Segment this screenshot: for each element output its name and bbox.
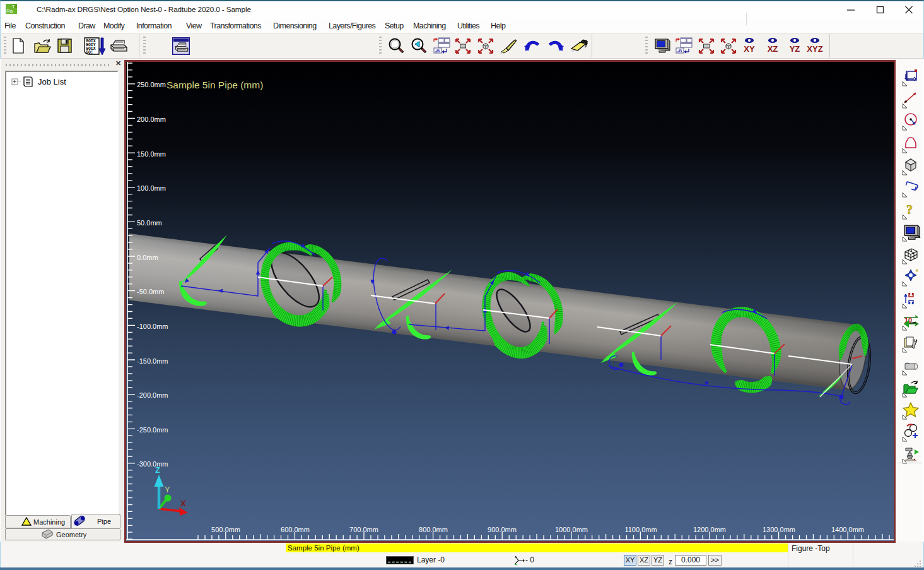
svg-text:900.0mm: 900.0mm [488, 526, 517, 533]
svg-text:GO!: GO! [86, 50, 93, 55]
svg-text:200.0mm: 200.0mm [137, 116, 166, 123]
svg-text:-100.0mm: -100.0mm [137, 323, 168, 330]
svg-text:1200.0mm: 1200.0mm [693, 526, 726, 533]
svg-text:500.0mm: 500.0mm [211, 526, 240, 533]
svg-text:X: X [180, 499, 186, 508]
svg-text:Sample 5in Pipe (mm): Sample 5in Pipe (mm) [167, 80, 263, 90]
svg-text:-300.0mm: -300.0mm [137, 460, 168, 468]
svg-text:50.0mm: 50.0mm [137, 219, 162, 227]
svg-text:Pipe: Pipe [97, 518, 111, 525]
svg-text:800.0mm: 800.0mm [419, 526, 448, 533]
svg-text:Y: Y [165, 485, 170, 494]
svg-text:150.0mm: 150.0mm [137, 150, 166, 158]
svg-text:?: ? [906, 203, 913, 217]
svg-text:600.0mm: 600.0mm [281, 526, 310, 533]
svg-text:1100.0mm: 1100.0mm [624, 526, 657, 533]
svg-text:XYZ: XYZ [807, 44, 822, 54]
svg-text:-150.0mm: -150.0mm [137, 357, 168, 365]
svg-text:0.0mm: 0.0mm [137, 254, 158, 261]
svg-text:XZ: XZ [768, 44, 778, 54]
svg-text:-50.0mm: -50.0mm [137, 288, 164, 295]
svg-text:250.0mm: 250.0mm [137, 81, 166, 88]
svg-text:1400.0mm: 1400.0mm [831, 526, 864, 533]
svg-text:100.0mm: 100.0mm [137, 184, 166, 192]
svg-text:Geometry: Geometry [56, 531, 87, 538]
svg-text:700.0mm: 700.0mm [349, 526, 378, 533]
svg-text:XY: XY [744, 44, 755, 54]
svg-text:Job List: Job List [38, 77, 66, 86]
svg-text:-200.0mm: -200.0mm [137, 391, 168, 399]
svg-text:YZ: YZ [790, 44, 800, 54]
svg-text:Machining: Machining [33, 518, 65, 526]
svg-text:Ra: Ra [6, 8, 13, 14]
svg-text:1300.0mm: 1300.0mm [763, 526, 795, 533]
svg-text:1000.0mm: 1000.0mm [555, 526, 588, 533]
svg-text:-250.0mm: -250.0mm [137, 426, 168, 434]
